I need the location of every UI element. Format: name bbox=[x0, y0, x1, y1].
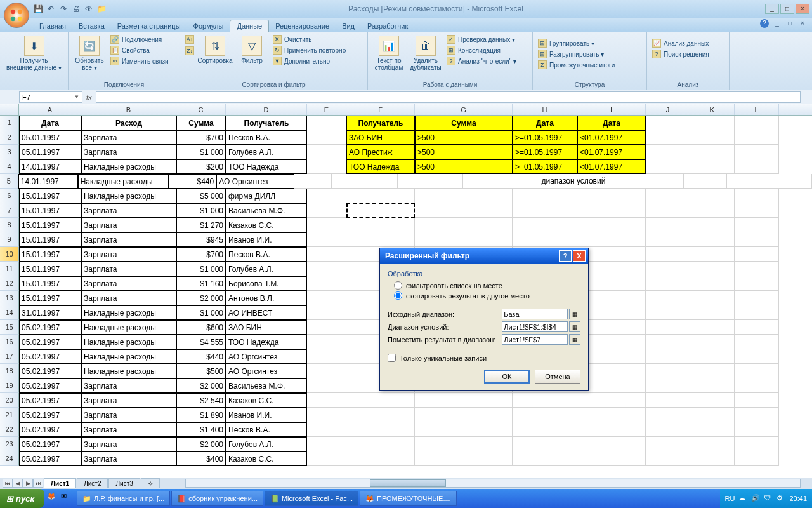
row-header[interactable]: 13 bbox=[0, 291, 19, 305]
cell[interactable] bbox=[735, 218, 779, 232]
cell[interactable] bbox=[346, 422, 415, 437]
cell[interactable]: 05.02.1997 bbox=[19, 393, 81, 408]
cell[interactable]: $2 000 bbox=[176, 291, 226, 305]
row-header[interactable]: 10 bbox=[0, 247, 19, 262]
cell[interactable] bbox=[690, 232, 735, 247]
cell[interactable] bbox=[690, 320, 735, 335]
cell[interactable]: Зарплата bbox=[81, 451, 176, 466]
cell[interactable] bbox=[307, 291, 346, 305]
data-analysis-button[interactable]: 📈Анализ данных bbox=[651, 38, 710, 48]
row-header[interactable]: 22 bbox=[0, 422, 19, 437]
text-to-columns-button[interactable]: 📊Текст по столбцам bbox=[372, 34, 406, 72]
cell[interactable] bbox=[735, 422, 779, 437]
cell[interactable]: 05.02.1997 bbox=[19, 335, 81, 349]
cell[interactable] bbox=[577, 218, 646, 232]
cell[interactable]: Дата bbox=[577, 116, 646, 130]
cell[interactable] bbox=[735, 305, 779, 320]
row-header[interactable]: 21 bbox=[0, 408, 19, 422]
cell[interactable]: 15.01.1997 bbox=[19, 276, 81, 291]
cell[interactable] bbox=[735, 335, 779, 349]
cell[interactable] bbox=[577, 232, 646, 247]
advanced-filter-button[interactable]: ▼Дополнительно bbox=[272, 56, 347, 66]
cell[interactable] bbox=[690, 451, 735, 466]
sheet-tab[interactable]: Лист3 bbox=[108, 478, 140, 488]
cell[interactable]: ЗАО БИН bbox=[226, 320, 307, 335]
cell[interactable]: 15.01.1997 bbox=[19, 203, 81, 218]
cell[interactable] bbox=[294, 174, 332, 189]
cell[interactable] bbox=[646, 218, 690, 232]
cell[interactable] bbox=[307, 189, 346, 203]
filter-button[interactable]: ▽Фильтр bbox=[235, 34, 269, 65]
tab-pagelayout[interactable]: Разметка страницы bbox=[111, 20, 187, 32]
cell[interactable]: 15.01.1997 bbox=[19, 247, 81, 262]
filter-copy-radio[interactable]: скопировать результат в другое место bbox=[394, 291, 580, 300]
cell[interactable] bbox=[513, 422, 577, 437]
row-header[interactable]: 2 bbox=[0, 130, 19, 145]
close-button[interactable]: × bbox=[796, 4, 809, 14]
copy-to-input[interactable] bbox=[502, 334, 568, 345]
cell[interactable] bbox=[769, 174, 812, 189]
cell[interactable] bbox=[307, 393, 346, 408]
cell[interactable] bbox=[646, 203, 690, 218]
cell[interactable] bbox=[307, 203, 346, 218]
cell[interactable]: Накладные расходы bbox=[78, 174, 169, 189]
cell[interactable] bbox=[646, 305, 690, 320]
cell[interactable] bbox=[735, 189, 779, 203]
cell[interactable] bbox=[346, 408, 415, 422]
tab-insert[interactable]: Вставка bbox=[72, 20, 111, 32]
cell[interactable]: $2 000 bbox=[176, 437, 226, 451]
row-header[interactable]: 19 bbox=[0, 378, 19, 393]
connections-button[interactable]: 🔗Подключения bbox=[109, 34, 170, 44]
cell[interactable] bbox=[513, 189, 577, 203]
cell[interactable] bbox=[346, 437, 415, 451]
cell[interactable] bbox=[646, 276, 690, 291]
row-header[interactable]: 9 bbox=[0, 232, 19, 247]
doc-minimize-icon[interactable]: _ bbox=[773, 19, 782, 28]
cell[interactable]: Зарплата bbox=[81, 276, 176, 291]
cell[interactable] bbox=[735, 145, 779, 159]
cell[interactable]: ТОО Надежда bbox=[346, 159, 415, 174]
cell[interactable]: ЗАО БИН bbox=[346, 130, 415, 145]
cell[interactable] bbox=[646, 116, 690, 130]
cell[interactable] bbox=[690, 437, 735, 451]
cell[interactable] bbox=[646, 349, 690, 364]
cell[interactable] bbox=[307, 145, 346, 159]
cell[interactable]: >=01.05.1997 bbox=[513, 159, 577, 174]
cell[interactable]: ТОО Надежда bbox=[226, 159, 307, 174]
cell[interactable] bbox=[735, 262, 779, 276]
start-button[interactable]: ⊞пуск bbox=[0, 489, 44, 508]
cell[interactable] bbox=[690, 335, 735, 349]
cell[interactable]: >=01.05.1997 bbox=[513, 145, 577, 159]
cell[interactable] bbox=[735, 276, 779, 291]
cell[interactable] bbox=[415, 203, 513, 218]
cell[interactable]: Зарплата bbox=[81, 232, 176, 247]
cell[interactable]: Голубев А.Л. bbox=[226, 262, 307, 276]
cell[interactable] bbox=[690, 116, 735, 130]
cell[interactable] bbox=[307, 437, 346, 451]
cell[interactable] bbox=[690, 189, 735, 203]
cell[interactable]: $500 bbox=[176, 364, 226, 378]
cell[interactable] bbox=[577, 451, 646, 466]
sheet-nav-next-icon[interactable]: ▶ bbox=[23, 479, 33, 488]
col-header[interactable]: D bbox=[226, 104, 307, 115]
cell[interactable] bbox=[735, 349, 779, 364]
row-header[interactable]: 14 bbox=[0, 305, 19, 320]
tray-clock[interactable]: 20:41 bbox=[789, 495, 807, 502]
cell[interactable] bbox=[646, 422, 690, 437]
cell[interactable] bbox=[690, 422, 735, 437]
col-header[interactable]: K bbox=[690, 104, 735, 115]
refresh-all-button[interactable]: 🔄 Обновить все ▾ bbox=[72, 34, 107, 72]
cell[interactable]: $5 000 bbox=[176, 189, 226, 203]
cell[interactable] bbox=[646, 393, 690, 408]
cell[interactable] bbox=[307, 262, 346, 276]
tab-developer[interactable]: Разработчик bbox=[361, 20, 414, 32]
cell[interactable] bbox=[513, 203, 577, 218]
ok-button[interactable]: ОК bbox=[484, 370, 530, 384]
cell[interactable] bbox=[735, 159, 779, 174]
cell[interactable]: $945 bbox=[176, 232, 226, 247]
cell[interactable] bbox=[735, 203, 779, 218]
dialog-close-button[interactable]: X bbox=[573, 250, 586, 262]
cell[interactable] bbox=[646, 320, 690, 335]
tray-icon[interactable]: ☁ bbox=[738, 494, 747, 503]
range-picker-icon[interactable]: ▦ bbox=[569, 334, 580, 345]
